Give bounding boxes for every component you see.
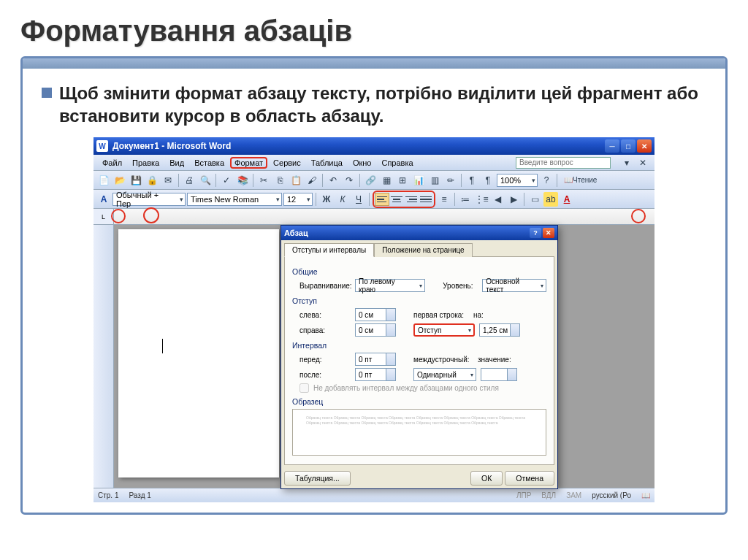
italic-button[interactable]: К <box>335 192 350 207</box>
print-icon[interactable]: 🖨 <box>182 173 196 188</box>
redo-icon[interactable]: ↷ <box>342 173 356 188</box>
menu-service[interactable]: Сервис <box>269 157 305 169</box>
bullets-icon[interactable]: ⋮≡ <box>474 192 489 207</box>
underline-button[interactable]: Ч <box>351 192 366 207</box>
tabs-button[interactable]: Табуляция... <box>284 471 351 486</box>
insert-table-icon[interactable]: ⊞ <box>395 173 410 188</box>
help-icon[interactable]: ? <box>539 173 554 188</box>
alignment-label: Выравнивание: <box>299 282 351 290</box>
section-indent: Отступ <box>292 296 546 305</box>
undo-icon[interactable]: ↶ <box>326 173 340 188</box>
hyperlink-icon[interactable]: 🔗 <box>363 173 378 188</box>
permission-icon[interactable]: 🔒 <box>145 173 159 188</box>
after-spinner[interactable]: 0 пт▲▼ <box>355 368 396 381</box>
titlebar: W Документ1 - Microsoft Word ─ □ ✕ <box>94 137 654 155</box>
borders-icon[interactable]: ▭ <box>527 192 542 207</box>
first-line-combo[interactable]: Отступ <box>413 323 475 337</box>
menu-dropdown-icon[interactable]: ▾ <box>619 156 634 170</box>
help-search-input[interactable] <box>516 157 611 169</box>
line-spacing-icon[interactable]: ≡ <box>437 192 451 207</box>
vertical-ruler[interactable] <box>94 225 114 488</box>
formatting-toolbar: A Обычный + Пер Times New Roman 12 Ж К Ч <box>94 190 654 209</box>
alignment-group <box>373 191 435 208</box>
level-combo[interactable]: Основной текст <box>482 279 546 292</box>
dialog-help-button[interactable]: ? <box>530 228 541 238</box>
tables-borders-icon[interactable]: ▦ <box>379 173 394 188</box>
menubar: Файл Правка Вид Вставка Формат Сервис Та… <box>94 155 654 171</box>
menu-insert[interactable]: Вставка <box>190 157 229 169</box>
doc-map-icon[interactable]: ¶ <box>465 173 479 188</box>
font-combo[interactable]: Times New Roman <box>187 193 282 206</box>
dialog-close-button[interactable]: ✕ <box>543 228 554 238</box>
before-spinner[interactable]: 0 пт▲▼ <box>355 353 396 366</box>
tab-page-position[interactable]: Положение на странице <box>374 243 472 257</box>
preview-icon[interactable]: 🔍 <box>198 173 213 188</box>
decrease-indent-icon[interactable]: ◀ <box>490 192 505 207</box>
align-right-button[interactable] <box>404 193 419 206</box>
status-spell-icon[interactable]: 📖 <box>641 491 650 499</box>
word-icon: W <box>96 140 108 152</box>
status-page: Стр. 1 <box>98 491 118 499</box>
research-icon[interactable]: 📚 <box>235 173 250 188</box>
styles-icon[interactable]: A <box>96 192 111 207</box>
menu-help[interactable]: Справка <box>377 157 417 169</box>
menu-table[interactable]: Таблица <box>307 157 347 169</box>
tab-indents-spacing[interactable]: Отступы и интервалы <box>284 243 374 257</box>
cut-icon[interactable]: ✂ <box>256 173 271 188</box>
align-justify-button[interactable] <box>419 193 433 206</box>
line-spacing-combo[interactable]: Одинарный <box>413 368 476 381</box>
close-button[interactable]: ✕ <box>637 139 652 153</box>
menu-window[interactable]: Окно <box>348 157 376 169</box>
horizontal-ruler[interactable]: L <box>94 209 654 225</box>
section-interval: Интервал <box>292 341 546 350</box>
status-language[interactable]: русский (Ро <box>592 491 631 499</box>
menu-format[interactable]: Формат <box>230 157 267 169</box>
first-line-value-spinner[interactable]: 1,25 см▲▼ <box>479 323 520 337</box>
indent-left-label: слева: <box>299 311 351 319</box>
line-value-spinner[interactable]: ▲▼ <box>481 368 517 381</box>
align-center-button[interactable] <box>389 193 404 206</box>
paste-icon[interactable]: 📋 <box>289 173 303 188</box>
maximize-button[interactable]: □ <box>621 139 636 153</box>
drawing-icon[interactable]: ✏ <box>443 173 458 188</box>
menu-view[interactable]: Вид <box>165 157 188 169</box>
before-label: перед: <box>299 356 351 364</box>
highlight-icon[interactable]: ab <box>543 192 558 207</box>
font-size-combo[interactable]: 12 <box>283 193 313 206</box>
font-color-icon[interactable]: A <box>560 192 574 207</box>
minimize-button[interactable]: ─ <box>605 139 619 153</box>
highlight-circle-first-line <box>143 207 159 223</box>
copy-icon[interactable]: ⎘ <box>272 173 287 188</box>
numbering-icon[interactable]: ≔ <box>458 192 473 207</box>
spellcheck-icon[interactable]: ✓ <box>219 173 234 188</box>
ok-button[interactable]: ОК <box>470 471 503 486</box>
menu-edit[interactable]: Правка <box>128 157 164 169</box>
show-hide-icon[interactable]: ¶ <box>481 173 495 188</box>
status-vdl: ВДЛ <box>541 491 556 499</box>
document-page[interactable] <box>118 229 279 477</box>
style-combo[interactable]: Обычный + Пер <box>112 193 186 206</box>
increase-indent-icon[interactable]: ▶ <box>506 192 521 207</box>
doc-close-button[interactable]: ✕ <box>636 156 650 170</box>
format-painter-icon[interactable]: 🖌 <box>305 173 319 188</box>
excel-icon[interactable]: 📊 <box>411 173 426 188</box>
status-lpr: ЛПР <box>516 491 531 499</box>
open-icon[interactable]: 📂 <box>112 173 127 188</box>
new-doc-icon[interactable]: 📄 <box>96 173 111 188</box>
indent-left-spinner[interactable]: 0 см▲▼ <box>355 308 396 321</box>
mail-icon[interactable]: ✉ <box>161 173 175 188</box>
indent-right-spinner[interactable]: 0 см▲▼ <box>355 323 396 337</box>
alignment-combo[interactable]: По левому краю <box>355 279 425 292</box>
highlight-circle-right-indent <box>631 209 646 223</box>
save-icon[interactable]: 💾 <box>129 173 143 188</box>
align-left-button[interactable] <box>375 193 389 206</box>
bold-button[interactable]: Ж <box>319 192 334 207</box>
value-label: значение: <box>478 356 511 364</box>
standard-toolbar: 📄 📂 💾 🔒 ✉ 🖨 🔍 ✓ 📚 ✂ ⎘ 📋 🖌 <box>94 171 654 190</box>
menu-file[interactable]: Файл <box>98 157 126 169</box>
reading-layout-button[interactable]: 📖 Чтение <box>560 173 600 188</box>
dialog-titlebar: Абзац ? ✕ <box>281 226 557 240</box>
columns-icon[interactable]: ▥ <box>427 173 442 188</box>
cancel-button[interactable]: Отмена <box>505 471 554 486</box>
zoom-combo[interactable]: 100% <box>497 174 538 187</box>
